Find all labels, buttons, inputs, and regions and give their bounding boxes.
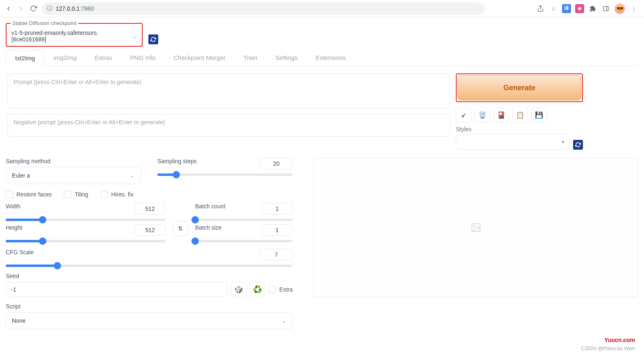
tab-checkpoint-merger[interactable]: Checkpoint Merger bbox=[164, 50, 234, 66]
back-icon[interactable] bbox=[4, 4, 13, 13]
seed-label: Seed bbox=[6, 273, 293, 279]
cfg-scale-label: CFG Scale bbox=[6, 249, 34, 255]
app-content: Stable Diffusion checkpoint v1-5-pruned-… bbox=[0, 17, 644, 329]
checkpoint-label: Stable Diffusion checkpoint bbox=[11, 20, 78, 26]
checkpoint-value: v1-5-pruned-emaonly.safetensors [6ce0161… bbox=[11, 30, 132, 43]
chevron-down-icon: ⌄ bbox=[130, 172, 135, 179]
chevron-down-icon: ⌄ bbox=[282, 317, 287, 324]
sampling-method-label: Sampling method bbox=[6, 158, 141, 164]
extra-seed-checkbox[interactable]: Extra bbox=[269, 286, 293, 293]
prompt-textarea[interactable]: Prompt (press Ctrl+Enter or Alt+Enter to… bbox=[7, 73, 450, 109]
batch-count-slider[interactable] bbox=[195, 219, 293, 221]
generate-button[interactable]: Generate bbox=[457, 75, 581, 100]
tab-settings[interactable]: Settings bbox=[266, 50, 307, 66]
batch-size-slider[interactable] bbox=[195, 240, 293, 242]
url-port: :7860 bbox=[80, 5, 94, 12]
recycle-button[interactable]: ♻️ bbox=[250, 282, 265, 297]
svg-rect-1 bbox=[603, 6, 608, 11]
sampling-method-select[interactable]: Euler a ⌄ bbox=[6, 167, 141, 184]
cfg-scale-value[interactable]: 7 bbox=[260, 249, 293, 260]
tiling-checkbox[interactable]: Tiling bbox=[64, 191, 88, 198]
height-value[interactable]: 512 bbox=[134, 224, 166, 236]
seed-input[interactable]: -1 bbox=[6, 282, 228, 297]
output-preview bbox=[313, 158, 638, 297]
clipboard-tool-button[interactable]: 📋 bbox=[512, 107, 528, 123]
batch-count-value[interactable]: 1 bbox=[262, 203, 293, 214]
sidepanel-icon[interactable] bbox=[601, 4, 610, 13]
batch-count-label: Batch count bbox=[195, 203, 225, 210]
tab-img2img[interactable]: img2img bbox=[44, 50, 86, 66]
main-tabs: txt2img img2img Extras PNG Info Checkpoi… bbox=[6, 50, 638, 66]
extensions-icon[interactable] bbox=[588, 4, 597, 13]
script-select[interactable]: None ⌄ bbox=[6, 312, 293, 329]
browser-toolbar: ⓘ 127.0.0.1:7860 ☆ 译 ❉ 😎 ⋮ bbox=[0, 0, 644, 17]
chevron-down-icon: ⌄ bbox=[132, 33, 137, 39]
negative-prompt-textarea[interactable]: Negative prompt (press Ctrl+Enter or Alt… bbox=[7, 114, 450, 137]
share-icon[interactable] bbox=[536, 4, 545, 13]
script-value: None bbox=[12, 317, 25, 324]
width-value[interactable]: 512 bbox=[134, 203, 166, 214]
height-slider[interactable] bbox=[6, 240, 166, 242]
art-tool-button[interactable]: 🎴 bbox=[494, 107, 509, 123]
reload-icon[interactable] bbox=[29, 4, 38, 13]
save-tool-button[interactable]: 💾 bbox=[531, 107, 547, 123]
info-icon: ⓘ bbox=[47, 5, 52, 12]
restore-faces-checkbox[interactable]: Restore faces bbox=[6, 191, 52, 198]
caret-down-icon: ▾ bbox=[562, 139, 564, 145]
swap-dimensions-button[interactable]: ⇅ bbox=[173, 221, 188, 236]
styles-label: Styles bbox=[456, 126, 583, 132]
menu-icon[interactable]: ⋮ bbox=[629, 4, 638, 13]
hires-fix-checkbox[interactable]: Hires. fix bbox=[100, 191, 133, 198]
extension-icon-pink[interactable]: ❉ bbox=[575, 4, 584, 13]
batch-size-label: Batch size bbox=[195, 224, 222, 231]
star-icon[interactable]: ☆ bbox=[549, 4, 558, 13]
sampling-steps-label: Sampling steps bbox=[157, 158, 197, 164]
cfg-scale-slider[interactable] bbox=[6, 265, 293, 267]
width-label: Width bbox=[6, 203, 20, 210]
tab-pnginfo[interactable]: PNG Info bbox=[121, 50, 165, 66]
image-placeholder-icon bbox=[471, 222, 481, 233]
url-bar[interactable]: ⓘ 127.0.0.1:7860 bbox=[42, 2, 485, 15]
tab-train[interactable]: Train bbox=[234, 50, 266, 66]
tab-extras[interactable]: Extras bbox=[86, 50, 121, 66]
forward-icon[interactable] bbox=[16, 4, 25, 13]
trash-tool-button[interactable]: 🗑️ bbox=[475, 107, 490, 123]
tab-txt2img[interactable]: txt2img bbox=[6, 50, 44, 66]
refresh-styles-button[interactable] bbox=[573, 140, 583, 150]
browser-actions: ☆ 译 ❉ 😎 ⋮ bbox=[536, 3, 638, 14]
svg-point-4 bbox=[473, 226, 475, 227]
browser-nav bbox=[4, 4, 38, 13]
sampling-steps-slider[interactable] bbox=[157, 173, 293, 176]
checkpoint-select[interactable]: v1-5-pruned-emaonly.safetensors [6ce0161… bbox=[7, 27, 141, 45]
checkpoint-fieldset: Stable Diffusion checkpoint v1-5-pruned-… bbox=[6, 23, 143, 47]
dice-button[interactable]: 🎲 bbox=[231, 282, 246, 297]
script-label: Script bbox=[6, 303, 293, 310]
sampling-steps-value[interactable]: 20 bbox=[260, 158, 293, 169]
batch-size-value[interactable]: 1 bbox=[262, 224, 293, 236]
extension-icon-translate[interactable]: 译 bbox=[562, 4, 571, 13]
arrow-tool-button[interactable]: ↙ bbox=[456, 107, 471, 123]
url-host: 127.0.0.1 bbox=[56, 5, 80, 12]
height-label: Height bbox=[6, 224, 22, 231]
refresh-checkpoint-button[interactable] bbox=[148, 34, 158, 44]
tab-extensions[interactable]: Extensions bbox=[307, 50, 355, 66]
sampling-method-value: Euler a bbox=[12, 172, 30, 179]
styles-select[interactable]: ▾ bbox=[456, 134, 570, 150]
profile-avatar[interactable]: 😎 bbox=[614, 3, 625, 14]
width-slider[interactable] bbox=[6, 219, 166, 221]
